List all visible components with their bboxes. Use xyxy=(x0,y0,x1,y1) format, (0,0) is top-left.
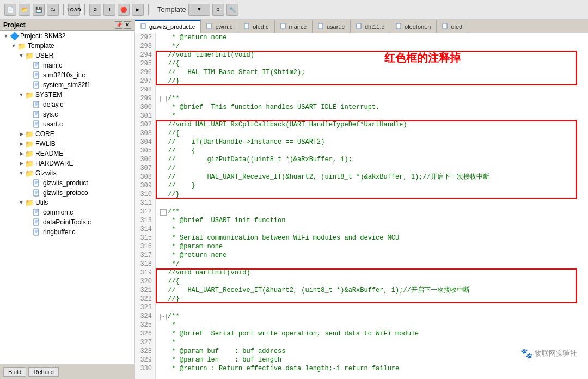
line-num-315: 315 xyxy=(138,234,152,242)
line-num-327: 327 xyxy=(138,338,152,347)
sidebar-item-system_stm32f1[interactable]: ▶ system_stm32f1 xyxy=(0,80,134,90)
line-num-301: 301 xyxy=(138,112,152,120)
sidebar-item-project[interactable]: ▼ 🔷 Project: BKM32 xyxy=(0,31,134,41)
code-line-304: // if(UartHandle->Instance == USART2) xyxy=(160,138,584,146)
sidebar-item-hardware[interactable]: ▶ 📁 HARDWARE xyxy=(0,158,134,168)
tab-usart_c[interactable]: usart.c xyxy=(313,20,351,33)
code-line-305: // { xyxy=(160,146,584,155)
dropdown-icon[interactable]: ▼ xyxy=(188,4,210,16)
sep3 xyxy=(148,4,149,15)
tree-label: system_stm32f1 xyxy=(43,81,90,89)
sidebar-item-delay_c[interactable]: ▶ delay.c xyxy=(0,100,134,109)
tree-toggle: ▶ xyxy=(17,160,25,167)
line-num-308: 308 xyxy=(138,173,152,181)
sidebar-item-fwlib[interactable]: ▶ 📁 FWLIB xyxy=(0,139,134,149)
tree-label: usart.c xyxy=(43,120,63,128)
sidebar-item-system[interactable]: ▼ 📁 SYSTEM xyxy=(0,90,134,100)
sidebar-item-main_c[interactable]: ▶ main.c xyxy=(0,60,134,70)
tab-bar: gizwits_product.c pwm.c oled.c main.c us… xyxy=(135,20,588,33)
svg-rect-4 xyxy=(34,72,39,78)
file-icon xyxy=(33,61,41,70)
tree-label: Project: BKM32 xyxy=(20,32,65,40)
wizard-icon[interactable]: 🔧 xyxy=(226,4,238,16)
code-editor[interactable]: 2922932942952962972982993003013023033043… xyxy=(135,33,588,379)
tab-gizwits_product_c[interactable]: gizwits_product.c xyxy=(135,20,201,33)
new-file-icon[interactable]: 📄 xyxy=(4,4,16,16)
tree-label: sys.c xyxy=(43,111,58,118)
sidebar-item-user[interactable]: ▼ 📁 USER xyxy=(0,51,134,60)
code-line-293: */ xyxy=(160,42,584,51)
code-line-301: * xyxy=(160,112,584,120)
save-icon[interactable]: 💾 xyxy=(33,4,45,16)
tree-toggle: ▶ xyxy=(17,130,25,138)
flash-icon[interactable]: ⬇ xyxy=(103,4,115,16)
tree-label: delay.c xyxy=(43,101,63,108)
code-content: 红色框的注释掉 * @return none */ //void timerIn… xyxy=(156,33,588,379)
tab-oled[interactable]: oled xyxy=(437,20,468,33)
line-num-317: 317 xyxy=(138,251,152,260)
main-layout: Project 📌 ✕ ▼ 🔷 Project: BKM32 ▼ 📁 Templ… xyxy=(0,20,588,379)
sep2 xyxy=(84,4,85,15)
tree-toggle: ▶ xyxy=(17,150,25,157)
tree-toggle: ▶ xyxy=(17,140,25,148)
svg-rect-51 xyxy=(443,23,447,29)
code-line-316: * @param none xyxy=(160,242,584,251)
fold-icon[interactable]: - xyxy=(160,209,167,216)
tab-pwm_c[interactable]: pwm.c xyxy=(201,20,238,33)
debug-icon[interactable]: 🔴 xyxy=(118,4,130,16)
sidebar-tree: ▼ 🔷 Project: BKM32 ▼ 📁 Template ▼ 📁 USER… xyxy=(0,31,134,364)
line-num-319: 319 xyxy=(138,268,152,277)
tab-file-icon xyxy=(396,23,402,30)
code-line-302: //void HAL_UART_RxCpltCallback(UART_Hand… xyxy=(160,120,584,129)
file-icon xyxy=(33,179,41,187)
fold-icon[interactable]: - xyxy=(160,314,167,320)
settings-icon[interactable]: ⚙ xyxy=(212,4,224,16)
sidebar-item-readme[interactable]: ▶ 📁 README xyxy=(0,149,134,158)
tree-toggle: ▼ xyxy=(10,42,17,50)
tab-dht11_c[interactable]: dht11.c xyxy=(351,20,390,33)
sidebar-item-ringbuffer_c[interactable]: ▶ ringbuffer.c xyxy=(0,227,134,237)
sidebar-item-sys_c[interactable]: ▶ sys.c xyxy=(0,109,134,119)
save-all-icon[interactable]: 🗂 xyxy=(47,4,59,16)
line-num-321: 321 xyxy=(138,286,152,295)
svg-rect-32 xyxy=(34,209,39,216)
sidebar-close-btn[interactable]: ✕ xyxy=(124,21,131,29)
sidebar-item-utils[interactable]: ▼ 📁 Utils xyxy=(0,198,134,207)
sidebar-item-common_c[interactable]: ▶ common.c xyxy=(0,207,134,217)
sidebar-item-gizwits_product[interactable]: ▶ gizwits_product xyxy=(0,178,134,188)
rebuild-btn[interactable]: Rebuild xyxy=(28,367,58,377)
tree-toggle: ▼ xyxy=(2,32,10,40)
build-icon[interactable]: ⚙ xyxy=(89,4,101,16)
line-num-294: 294 xyxy=(138,51,152,59)
sidebar-item-usart_c[interactable]: ▶ usart.c xyxy=(0,119,134,129)
line-num-304: 304 xyxy=(138,138,152,146)
tab-label: oledfont.h xyxy=(405,23,431,30)
open-icon[interactable]: 📂 xyxy=(19,4,30,16)
line-num-314: 314 xyxy=(138,225,152,234)
tab-oledfont_h[interactable]: oledfont.h xyxy=(390,20,437,33)
build-btn[interactable]: Build xyxy=(3,367,26,377)
code-line-323 xyxy=(160,303,584,312)
tab-main_c[interactable]: main.c xyxy=(275,20,313,33)
line-num-297: 297 xyxy=(138,77,152,85)
line-num-326: 326 xyxy=(138,329,152,338)
fold-icon[interactable]: - xyxy=(160,96,167,102)
sidebar-item-template[interactable]: ▼ 📁 Template xyxy=(0,41,134,51)
line-num-313: 313 xyxy=(138,216,152,225)
code-line-299: -/** xyxy=(160,94,584,103)
sidebar-item-core[interactable]: ▶ 📁 CORE xyxy=(0,129,134,139)
tab-oled_c[interactable]: oled.c xyxy=(238,20,274,33)
code-line-322: //} xyxy=(160,295,584,303)
folder-icon: 📁 xyxy=(17,41,26,50)
sidebar-item-dataPointTools[interactable]: ▶ dataPointTools.c xyxy=(0,217,134,227)
svg-rect-46 xyxy=(244,23,249,29)
sidebar-pin-btn[interactable]: 📌 xyxy=(115,21,122,29)
load-icon[interactable]: LOAD xyxy=(68,4,80,16)
sidebar-item-gizwits_protoco[interactable]: ▶ gizwits_protoco xyxy=(0,188,134,198)
sidebar-item-stm32f10x_it[interactable]: ▶ stm32f10x_it.c xyxy=(0,70,134,80)
sidebar-item-gizwits[interactable]: ▼ 📁 Gizwits xyxy=(0,168,134,178)
run-icon[interactable]: ▶ xyxy=(132,4,144,16)
svg-rect-12 xyxy=(34,101,39,108)
line-num-311: 311 xyxy=(138,199,152,207)
svg-rect-45 xyxy=(207,23,211,29)
